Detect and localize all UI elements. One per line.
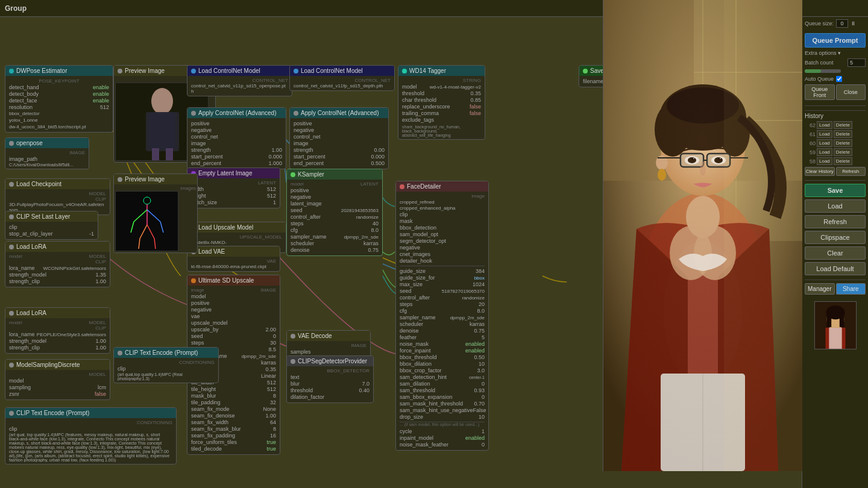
preview-image-panel [603, 0, 802, 471]
node-wd14tagger: WD14 Tagger STRING modelwd-v1-4-moat-tag… [398, 65, 485, 140]
auto-queue-label: Auto Queue [805, 76, 834, 82]
preview-skeleton [115, 191, 178, 251]
history-section: History 62 Load Delete 61 Load Delete 60… [805, 110, 866, 177]
batch-slider-fill [805, 69, 821, 73]
svg-rect-61 [839, 313, 844, 327]
node-facedetailer: FaceDetailer image cropped_refined cropp… [395, 181, 489, 451]
history-row-62: 62 Load Delete [805, 121, 866, 129]
node-header-clipseg: CLIPSegDetectorProvider [287, 356, 373, 366]
queue-prompt-btn[interactable]: Queue Prompt [805, 33, 866, 48]
batch-count-input[interactable] [848, 58, 866, 67]
node-openpose: openpose IMAGE image_path C:/Users/Kival… [5, 137, 89, 169]
svg-rect-5 [166, 148, 173, 161]
node-header-loadlora2: Load LoRA [5, 308, 110, 318]
clear-history-btn[interactable]: Clear History [805, 167, 835, 176]
history-delete-62[interactable]: Delete [834, 121, 852, 129]
node-header-ultimateupscale: Ultimate SD Upscale [187, 275, 280, 286]
node-header-dwpose: DWPose Estimator [5, 66, 113, 76]
history-delete-59[interactable]: Delete [834, 148, 852, 156]
history-load-61[interactable]: Load [817, 130, 832, 138]
load-default-btn[interactable]: Load Default [805, 262, 866, 275]
history-load-59[interactable]: Load [817, 148, 832, 156]
node-loadlora1: Load LoRA modelMODEL CLIP lora_nameWCONI… [5, 241, 110, 287]
page-title: Group [5, 4, 27, 13]
load-btn[interactable]: Load [805, 199, 866, 213]
save-btn[interactable]: Save [805, 184, 866, 197]
clear-btn[interactable]: Clear [805, 246, 866, 260]
node-dwpose: DWPose Estimator POSE_KEYPOINT detect_ha… [5, 65, 113, 133]
queue-front-btn[interactable]: Queue Front [805, 84, 835, 100]
right-panel: Queue size: 0 ⏸ Queue Prompt Extra optio… [802, 17, 868, 488]
node-header-cliptext2: CLIP Text Encode (Prompt) [5, 408, 176, 418]
clipspace-btn[interactable]: Clipspace [805, 231, 866, 244]
node-header-facedetailer: FaceDetailer [396, 181, 488, 192]
history-delete-60[interactable]: Delete [834, 139, 852, 147]
history-delete-61[interactable]: Delete [834, 130, 852, 138]
close-btn[interactable]: Close [836, 84, 866, 100]
node-header-modelsampling: ModelSamplingDiscrete [5, 360, 110, 370]
svg-rect-3 [146, 112, 179, 151]
node-header-vaedecode: VAE Decode [287, 331, 370, 341]
node-loadcheckpoint: Load Checkpoint MODEL CLIP 3D-FullplayPh… [5, 178, 110, 215]
share-tab-btn[interactable]: Share [836, 283, 866, 295]
refresh-history-btn[interactable]: Refresh [836, 167, 866, 176]
svg-rect-54 [724, 0, 802, 471]
manager-tab-btn[interactable]: Manager [805, 283, 835, 295]
node-applycontrolnet2: Apply ControlNet (Advanced) positive neg… [289, 107, 389, 169]
queue-size-section: Queue size: 0 ⏸ [805, 19, 866, 30]
node-controlnet1: Load ControlNet Model CONTROL_NET contro… [187, 65, 292, 96]
queue-interrupt-btn[interactable]: ⏸ [851, 20, 856, 27]
node-controlnet2: Load ControlNet Model CONTROL_NET contro… [289, 65, 395, 91]
node-cliplastlayer: CLIP Set Last Layer clip stop_at_clip_la… [5, 211, 98, 240]
node-header-cliplastlayer: CLIP Set Last Layer [5, 211, 98, 222]
node-header-cliptext1: CLIP Text Encode (Prompt) [114, 348, 218, 358]
svg-point-1 [151, 88, 173, 114]
node-header-loadlora1: Load LoRA [5, 242, 110, 252]
node-cliptext2: CLIP Text Encode (Prompt) CONDITIONING c… [5, 407, 177, 465]
rendered-image [603, 0, 802, 471]
queue-size-label: Queue size: [805, 20, 834, 27]
history-row-61: 61 Load Delete [805, 130, 866, 138]
batch-slider[interactable] [805, 69, 841, 73]
node-header-emptylatent: Empty Latent Image [187, 168, 280, 178]
refresh-btn[interactable]: Refresh [805, 215, 866, 228]
node-header-controlnet1: Load ControlNet Model [187, 66, 292, 76]
node-cliptext1: CLIP Text Encode (Prompt) CONDITIONING c… [113, 347, 219, 383]
node-header-applycontrolnet1: Apply ControlNet (Advanced) [187, 108, 286, 118]
node-header-controlnet2: Load ControlNet Model [290, 66, 394, 76]
history-row-59: 59 Load Delete [805, 148, 866, 156]
node-preview2: Preview Image images [113, 174, 198, 253]
svg-rect-4 [152, 148, 159, 161]
batch-count-label: Batch count [805, 60, 846, 66]
history-header: History [805, 113, 866, 119]
node-header-loadvae: Load VAE [187, 246, 280, 257]
node-ksampler: KSampler modelLATENT positive negative l… [286, 169, 383, 256]
history-load-62[interactable]: Load [817, 121, 832, 129]
node-modelsampling: ModelSamplingDiscrete MODEL model sampli… [5, 359, 110, 400]
queue-size-row: Queue size: 0 ⏸ [805, 19, 866, 28]
history-load-60[interactable]: Load [817, 139, 832, 147]
thumbnail-preview [814, 301, 857, 349]
node-header-wd14tagger: WD14 Tagger [398, 66, 485, 76]
svg-rect-60 [826, 313, 831, 327]
auto-queue-row: Auto Queue [805, 76, 866, 82]
divider-3 [805, 280, 866, 280]
history-row-60: 60 Load Delete [805, 139, 866, 147]
node-header-loadcheckpoint: Load Checkpoint [5, 179, 110, 189]
auto-queue-checkbox[interactable] [836, 76, 842, 82]
node-applycontrolnet1: Apply ControlNet (Advanced) positive neg… [187, 107, 286, 169]
node-header-ksampler: KSampler [287, 169, 382, 180]
node-header-openpose: openpose [5, 138, 89, 148]
divider-1 [805, 105, 866, 106]
node-loadlora2: Load LoRA modelMODEL CLIP lora_namePEOPL… [5, 307, 110, 354]
queue-size-value: 0 [836, 19, 848, 28]
history-load-58[interactable]: Load [817, 157, 832, 165]
node-emptylatent: Empty Latent Image LATENT width512 heigh… [187, 167, 280, 208]
history-row-58: 58 Load Delete [805, 157, 866, 165]
extra-options-label[interactable]: Extra options ▾ [805, 50, 841, 56]
extra-options-row: Extra options ▾ [805, 50, 866, 56]
node-header-preview2: Preview Image [114, 174, 197, 184]
svg-rect-58 [829, 328, 841, 349]
batch-count-row: Batch count [805, 58, 866, 67]
history-delete-58[interactable]: Delete [834, 157, 852, 165]
